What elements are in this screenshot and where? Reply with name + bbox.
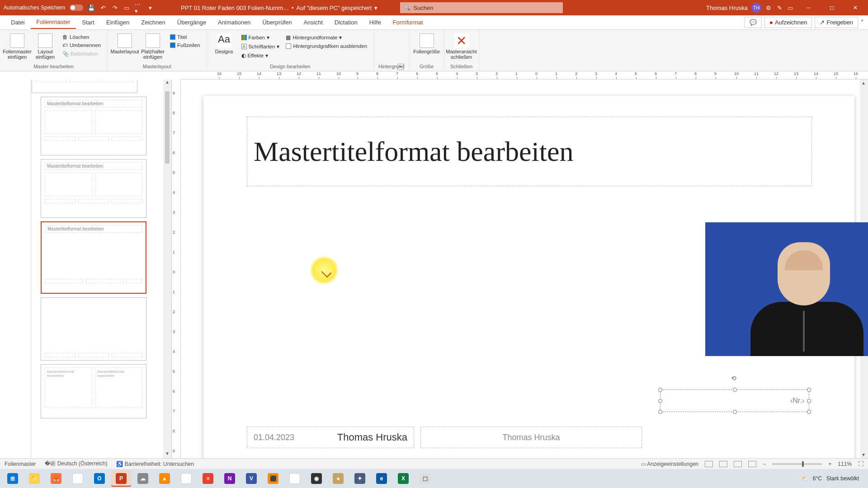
tab-ueberpruefen[interactable]: Überprüfen xyxy=(257,16,297,28)
resize-handle[interactable] xyxy=(733,388,737,392)
comments-button[interactable]: 💬 xyxy=(745,17,762,28)
vertical-ruler[interactable]: 9876543210123456789 xyxy=(172,80,181,458)
layout-thumb-2[interactable]: Mastertitelformat bearbeiten xyxy=(41,97,146,155)
taskbar-app-7[interactable]: ⬚ xyxy=(415,470,435,487)
zoom-in-icon[interactable]: + xyxy=(828,461,831,467)
taskbar-app-4[interactable]: ▶ xyxy=(285,470,305,487)
tab-animationen[interactable]: Animationen xyxy=(212,16,256,28)
user-avatar[interactable]: TH xyxy=(751,3,761,13)
tab-uebergaenge[interactable]: Übergänge xyxy=(172,16,212,28)
view-normal-icon[interactable] xyxy=(705,461,713,467)
background-format-button[interactable]: ▦Hintergrundformate ▾ xyxy=(284,33,369,42)
insert-slidemaster-button[interactable]: Folienmaster einfügen xyxy=(5,32,30,60)
designs-button[interactable]: AaDesigns xyxy=(212,32,237,54)
taskbar-todoist[interactable]: ≡ xyxy=(198,470,218,487)
search-box[interactable]: 🔍 xyxy=(400,2,563,13)
horizontal-ruler[interactable]: 1615141312111098765432101234567891011121… xyxy=(181,71,868,80)
tab-einfuegen[interactable]: Einfügen xyxy=(101,16,135,28)
taskbar-chrome[interactable]: �{ xyxy=(68,470,88,487)
view-sorter-icon[interactable] xyxy=(719,461,727,467)
tab-zeichnen[interactable]: Zeichnen xyxy=(136,16,170,28)
close-button[interactable]: ✕ xyxy=(846,0,864,15)
status-language[interactable]: �術 Deutsch (Österreich) xyxy=(45,460,107,468)
tab-hilfe[interactable]: Hilfe xyxy=(364,16,387,28)
zoom-slider[interactable] xyxy=(772,463,822,465)
taskbar-app-3[interactable]: ⬛ xyxy=(263,470,283,487)
taskbar-app-2[interactable]: 🖼 xyxy=(176,470,196,487)
scroll-down-icon[interactable]: ▼ xyxy=(861,452,866,457)
start-button[interactable]: ⊞ xyxy=(3,470,23,487)
coming-soon-icon[interactable]: ⚙ xyxy=(765,4,772,11)
weather-icon[interactable]: ⛅ xyxy=(802,475,808,482)
save-icon[interactable]: 💾 xyxy=(88,4,95,11)
status-accessibility[interactable]: ♿ Barrierefreiheit: Untersuchen xyxy=(116,461,194,467)
taskbar-outlook[interactable]: O xyxy=(90,470,109,487)
layout-thumb-3[interactable]: Mastertitelformat bearbeiten xyxy=(41,159,146,218)
ribbon-collapse-icon[interactable]: ˅ xyxy=(861,19,863,26)
status-view[interactable]: Folienmaster xyxy=(5,461,36,467)
footer-checkbox[interactable]: Fußzeilen xyxy=(168,42,202,49)
background-dialog-launcher[interactable]: ↘ xyxy=(397,64,404,70)
tab-dictation[interactable]: Dictation xyxy=(329,16,363,28)
tab-formformat[interactable]: Formformat xyxy=(387,16,429,28)
resize-handle[interactable] xyxy=(807,388,811,392)
scroll-down-icon[interactable]: ▼ xyxy=(165,451,170,458)
tab-folienmaster[interactable]: Folienmaster xyxy=(31,16,75,29)
resize-handle[interactable] xyxy=(658,388,662,392)
privacy-icon[interactable]: ✎ xyxy=(776,4,783,11)
thumbnail-pane[interactable]: Mastertitelformat bearbeiten Mastertitel… xyxy=(0,80,172,458)
layout-thumb-1[interactable]: Mastertitelformat bearbeiten xyxy=(32,80,137,93)
effects-button[interactable]: ◐Effekte ▾ xyxy=(240,52,282,60)
taskbar-onenote[interactable]: N xyxy=(220,470,240,487)
date-placeholder[interactable]: 01.04.2023 Thomas Hruska xyxy=(247,427,414,448)
chevron-down-icon[interactable]: ▾ xyxy=(374,5,377,11)
taskbar-explorer[interactable]: 📁 xyxy=(24,470,44,487)
view-reading-icon[interactable] xyxy=(734,461,742,467)
layout-thumb-4[interactable]: Mastertitelformat bearbeiten Mastertitel… xyxy=(41,364,146,418)
from-beginning-icon[interactable]: ▭ xyxy=(123,4,130,11)
resize-handle[interactable] xyxy=(807,399,811,403)
taskbar-powerpoint[interactable]: P xyxy=(111,470,131,487)
zoom-level[interactable]: 111% xyxy=(838,461,852,467)
scroll-up-icon[interactable]: ▲ xyxy=(861,80,866,85)
insert-layout-button[interactable]: Layout einfügen xyxy=(33,32,58,60)
search-input[interactable] xyxy=(413,5,559,11)
title-placeholder[interactable]: Mastertitelformat bearbeiten xyxy=(247,117,812,186)
doc-save-location[interactable]: Auf "diesem PC" gespeichert xyxy=(297,5,372,11)
minimize-button[interactable]: ─ xyxy=(799,0,817,15)
ribbon-mode-icon[interactable]: ▭ xyxy=(787,4,794,11)
rotate-handle-icon[interactable]: ⟲ xyxy=(731,375,736,382)
rename-button[interactable]: 🏷Umbenennen xyxy=(61,42,103,49)
resize-handle[interactable] xyxy=(658,399,662,403)
slidenumber-placeholder[interactable]: ⟲ ‹Nr.› xyxy=(660,389,809,412)
footer-placeholder[interactable]: Thomas Hruska xyxy=(420,427,642,448)
tab-datei[interactable]: Datei xyxy=(5,16,30,28)
taskbar-app-6[interactable]: ✦ xyxy=(350,470,370,487)
fonts-button[interactable]: ASchriftarten ▾ xyxy=(240,42,282,51)
scroll-up-icon[interactable]: ▲ xyxy=(165,80,170,87)
tab-ansicht[interactable]: Ansicht xyxy=(298,16,328,28)
close-masterview-button[interactable]: ✕Masteransicht schließen xyxy=(449,32,474,60)
taskbar-app-5[interactable]: ● xyxy=(328,470,348,487)
qat-overflow-icon[interactable]: ▾ xyxy=(146,4,154,11)
taskbar-visio[interactable]: V xyxy=(241,470,261,487)
resize-handle[interactable] xyxy=(658,410,662,414)
taskbar-vlc[interactable]: ▲ xyxy=(155,470,175,487)
display-settings[interactable]: ▭ Anzeigeeinstellungen xyxy=(641,461,699,467)
colors-button[interactable]: Farben ▾ xyxy=(240,33,282,42)
taskbar-app-1[interactable]: ☁ xyxy=(133,470,153,487)
quickaccess-more-icon[interactable]: ⋯▾ xyxy=(135,4,142,11)
tab-start[interactable]: Start xyxy=(77,16,100,28)
slidesize-button[interactable]: Foliengröße xyxy=(414,32,439,54)
taskbar-edge[interactable]: e xyxy=(372,470,392,487)
thumbnail-scrollbar[interactable]: ▲ ▼ xyxy=(163,80,171,458)
delete-button[interactable]: 🗑Löschen xyxy=(61,33,103,41)
taskbar-obs[interactable]: ◉ xyxy=(307,470,326,487)
maximize-button[interactable]: ◻ xyxy=(823,0,841,15)
autosave-toggle[interactable] xyxy=(70,5,83,11)
layout-thumb-blank[interactable] xyxy=(41,297,146,361)
record-button[interactable]: ●Aufzeichnen xyxy=(764,17,812,28)
resize-handle[interactable] xyxy=(807,410,811,414)
fit-window-icon[interactable]: ⛶ xyxy=(858,461,863,467)
insert-placeholder-button[interactable]: Platzhalter einfügen xyxy=(140,32,165,60)
